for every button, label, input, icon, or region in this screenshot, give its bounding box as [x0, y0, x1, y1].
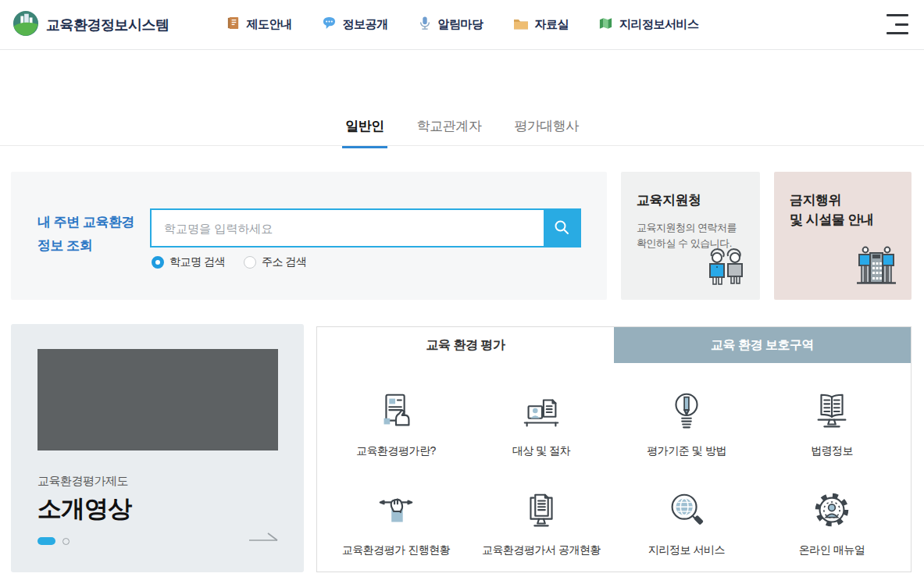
doc-monitor-icon	[519, 489, 564, 534]
tab-general-public[interactable]: 일반인	[342, 117, 387, 148]
logo-text: 교육환경정보시스템	[46, 16, 169, 34]
hand-pencil-icon	[373, 489, 419, 534]
magnifier-icon	[553, 219, 570, 238]
card-prohibited-acts[interactable]: 금지행위 및 시설물 안내	[774, 172, 912, 300]
video-thumbnail[interactable]	[37, 349, 278, 450]
search-panel: 내 주변 교육환경 정보 조회 학교명 검색 주소 검색	[11, 172, 607, 300]
logo[interactable]: 교육환경정보시스템	[12, 0, 169, 50]
card-education-office[interactable]: 교육지원청 교육지원청의 연락처를 확인하실 수 있습니다.	[621, 172, 760, 300]
user-type-tabs: 일반인 학교관계자 평가대행사	[0, 117, 924, 148]
next-arrow-icon[interactable]	[249, 532, 279, 546]
video-subtitle: 교육환경평가제도	[37, 474, 128, 489]
video-title: 소개영상	[37, 493, 131, 525]
radio-address[interactable]: 주소 검색	[244, 255, 306, 269]
menu-item-target-and-procedure[interactable]: 대상 및 절차	[469, 390, 614, 478]
search-type-radios: 학교명 검색 주소 검색	[152, 255, 306, 269]
nav-item-jaryosil[interactable]: 자료실	[513, 16, 569, 34]
tab-education-environment-evaluation[interactable]: 교육 환경 평가	[317, 327, 614, 363]
building-people-icon	[854, 245, 899, 289]
pagination-dot[interactable]	[62, 538, 70, 545]
gear-person-icon	[809, 489, 854, 534]
tab-school-official[interactable]: 학교관계자	[414, 117, 485, 148]
menu-item-evaluation-report-disclosure[interactable]: 교육환경평가서 공개현황	[469, 489, 614, 577]
divider	[0, 145, 924, 146]
radio-unchecked-icon	[244, 256, 256, 269]
map-icon	[598, 16, 613, 34]
tab-evaluation-agency[interactable]: 평가대행사	[511, 117, 582, 148]
menu-item-law-information[interactable]: 법령정보	[759, 390, 904, 478]
school-search-input[interactable]	[152, 210, 544, 246]
document-icon	[226, 16, 241, 34]
page: 교육환경정보시스템 제도안내	[0, 0, 924, 584]
main-nav: 제도안내 정보공개	[226, 16, 699, 34]
menu-item-what-is-evaluation[interactable]: 교육환경평가란?	[323, 390, 469, 478]
globe-magnifier-icon	[664, 489, 709, 534]
info-panel: 교육 환경 평가 교육 환경 보호구역 교육환경평가란?	[316, 326, 912, 572]
nav-item-girijungbo[interactable]: 지리정보서비스	[598, 16, 699, 34]
pagination-active-pill[interactable]	[37, 537, 55, 545]
folder-icon	[513, 16, 529, 34]
nav-item-jeongbogonggae[interactable]: 정보공개	[322, 16, 388, 34]
radio-checked-icon	[152, 256, 164, 269]
logo-icon	[12, 10, 39, 40]
search-title: 내 주변 교육환경 정보 조회	[37, 211, 134, 258]
menu-item-gis-service[interactable]: 지리정보 서비스	[614, 489, 759, 577]
search-box	[150, 208, 581, 247]
survey-hand-icon	[373, 390, 419, 435]
hamburger-menu-icon[interactable]	[887, 14, 908, 34]
microphone-icon	[418, 16, 432, 34]
menu-grid: 교육환경평가란? 대상 및 절차	[317, 363, 911, 577]
bulb-pencil-icon	[664, 390, 709, 435]
person-laptop-icon	[519, 390, 564, 435]
book-monitor-icon	[809, 390, 854, 435]
menu-item-online-manual[interactable]: 온라인 매뉴얼	[759, 489, 904, 577]
nav-item-allimmadang[interactable]: 알림마당	[418, 16, 483, 34]
video-pagination	[37, 537, 70, 545]
two-people-icon	[704, 247, 747, 289]
header: 교육환경정보시스템 제도안내	[0, 0, 924, 50]
chat-bubble-icon	[322, 16, 337, 34]
menu-item-evaluation-criteria[interactable]: 평가기준 및 방법	[614, 390, 759, 478]
search-button[interactable]	[544, 210, 580, 246]
radio-school-name[interactable]: 학교명 검색	[152, 255, 225, 269]
tab-education-environment-protection-zone[interactable]: 교육 환경 보호구역	[614, 327, 911, 363]
video-panel: 교육환경평가제도 소개영상	[11, 324, 304, 572]
nav-item-jedoannae[interactable]: 제도안내	[226, 16, 292, 34]
menu-item-evaluation-progress[interactable]: 교육환경평가 진행현황	[323, 489, 469, 577]
info-tabs: 교육 환경 평가 교육 환경 보호구역	[317, 327, 911, 363]
